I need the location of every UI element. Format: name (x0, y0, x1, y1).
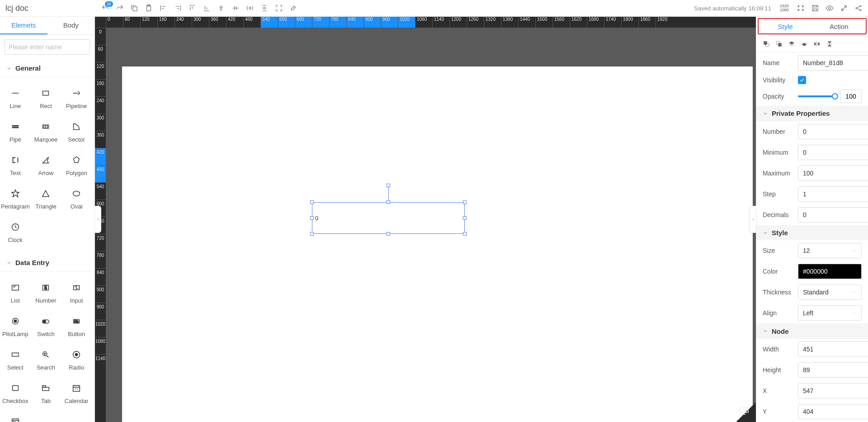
width-field[interactable] (798, 341, 868, 357)
chevron-down-icon (851, 310, 857, 316)
palette-item-pipeline[interactable]: Pipeline (61, 82, 92, 115)
align-center-v-icon[interactable] (231, 4, 240, 12)
palette-item-calendar[interactable]: Calendar (61, 377, 92, 410)
palette-item-button[interactable]: BtnButton (61, 310, 92, 343)
brush-icon[interactable] (289, 4, 297, 12)
palette-item-marquee[interactable]: Marquee (31, 115, 61, 149)
palette-item-select[interactable]: Select (0, 343, 31, 377)
palette-item-input[interactable]: Input (61, 276, 92, 310)
palette-item-tab[interactable]: Tab (31, 377, 61, 410)
palette-item-checkbox[interactable]: Checkbox (0, 377, 31, 410)
resize-handle-s[interactable] (387, 232, 390, 236)
palette-item-text[interactable]: Text (0, 149, 31, 182)
resize-handle-se[interactable] (463, 232, 467, 236)
thickness-select[interactable]: Standard (798, 284, 862, 300)
distribute-h-icon[interactable] (246, 4, 254, 12)
section-style[interactable]: Style (756, 225, 868, 241)
publish-icon[interactable] (840, 4, 848, 12)
palette-item-line[interactable]: Line (0, 82, 31, 115)
tab-style[interactable]: Style (759, 19, 812, 33)
palette-item-rect[interactable]: Rect (31, 82, 61, 115)
ruler-horizontal[interactable]: 0601201802403003604204805406006607207808… (106, 17, 756, 28)
save-icon[interactable] (811, 4, 819, 12)
palette-item-oval[interactable]: Oval (61, 182, 92, 216)
align-right-icon[interactable] (174, 4, 182, 12)
preview-icon[interactable] (826, 4, 834, 12)
undo-icon[interactable]: 26 (101, 4, 109, 12)
share-icon[interactable] (854, 4, 863, 12)
canvas-page[interactable]: 0 (122, 66, 753, 422)
tab-action[interactable]: Action (812, 19, 866, 33)
palette-item-pipe[interactable]: Pipe (0, 115, 31, 149)
palette-item-polygon[interactable]: Polygon (61, 149, 92, 182)
category-general[interactable]: General (0, 59, 92, 77)
redo-icon[interactable] (116, 4, 124, 12)
name-field[interactable] (798, 55, 868, 71)
resize-handle-sw[interactable] (310, 232, 314, 236)
tab-body[interactable]: Body (47, 17, 95, 34)
flip-h-icon[interactable] (813, 40, 821, 47)
layer-up-icon[interactable] (788, 40, 795, 47)
palette-item-triangle[interactable]: Triangle (31, 182, 61, 216)
height-field[interactable] (798, 362, 868, 378)
ruler-corner (95, 17, 106, 28)
category-data-entry[interactable]: Data Entry (0, 254, 92, 272)
device-preview-icon[interactable] (739, 405, 750, 417)
palette-item-pilotlamp[interactable]: PilotLamp (0, 310, 31, 343)
align-left-icon[interactable] (159, 4, 167, 12)
color-swatch[interactable]: #000000 (798, 264, 862, 279)
resize-handle-e[interactable] (463, 216, 467, 220)
palette-item-number[interactable]: 5Number (31, 276, 61, 310)
resize-handle-n[interactable] (387, 200, 390, 204)
palette-item-datepicker[interactable]: DatePicker (0, 410, 31, 422)
distribute-v-icon[interactable] (260, 4, 269, 12)
search-input[interactable] (9, 43, 88, 51)
send-back-icon[interactable] (775, 40, 783, 47)
palette-item-radio[interactable]: Radio (61, 343, 92, 377)
section-node[interactable]: Node (756, 323, 868, 339)
align-center-h-icon[interactable] (217, 4, 225, 12)
bring-front-icon[interactable] (763, 40, 770, 47)
fit-icon[interactable] (275, 4, 283, 12)
decimals-field[interactable] (798, 207, 868, 223)
selected-element-value: 0 (315, 215, 318, 222)
palette-item-arrow[interactable]: Arrow (31, 149, 61, 182)
visibility-checkbox[interactable] (798, 76, 806, 84)
svg-rect-0 (133, 7, 137, 11)
align-bottom-icon[interactable] (203, 4, 211, 12)
palette-item-list[interactable]: List (0, 276, 31, 310)
opacity-slider[interactable] (798, 95, 835, 97)
canvas-area[interactable]: 0601201802403003604204805406006607207808… (95, 17, 756, 422)
number-field[interactable] (798, 124, 868, 139)
opacity-value[interactable] (840, 90, 862, 103)
size-select[interactable]: 12 (798, 243, 862, 258)
step-field[interactable] (798, 186, 868, 202)
screen-size-icon[interactable]: 1920 1080 (778, 4, 790, 12)
resize-handle-ne[interactable] (463, 200, 467, 204)
flip-v-icon[interactable] (826, 40, 833, 47)
resize-handle-w[interactable] (310, 216, 314, 220)
layer-down-icon[interactable] (801, 40, 808, 47)
left-collapse-handle[interactable] (95, 206, 101, 233)
paste-icon[interactable] (145, 4, 153, 12)
resize-handle-nw[interactable] (310, 200, 314, 204)
palette-item-sector[interactable]: Sector (61, 115, 92, 149)
palette-item-pentagram[interactable]: Pentagram (0, 182, 31, 216)
palette-item-search[interactable]: Search (31, 343, 61, 377)
right-collapse-handle[interactable] (750, 206, 756, 233)
palette-item-switch[interactable]: Switch (31, 310, 61, 343)
slider-knob[interactable] (832, 93, 838, 100)
align-top-icon[interactable] (188, 4, 196, 12)
search-box[interactable] (5, 39, 90, 55)
minimum-field[interactable] (798, 145, 868, 160)
palette-item-clock[interactable]: Clock (0, 216, 31, 249)
align-select[interactable]: Left (798, 305, 862, 321)
maximum-field[interactable] (798, 166, 868, 181)
x-field[interactable] (798, 383, 868, 398)
y-field[interactable] (798, 404, 868, 419)
copy-icon[interactable] (130, 4, 138, 12)
selected-element[interactable]: 0 (312, 202, 465, 234)
tab-elements[interactable]: Elemets (0, 17, 47, 34)
fit-screen-icon[interactable] (797, 4, 805, 12)
section-private-properties[interactable]: Private Properties (756, 106, 868, 121)
